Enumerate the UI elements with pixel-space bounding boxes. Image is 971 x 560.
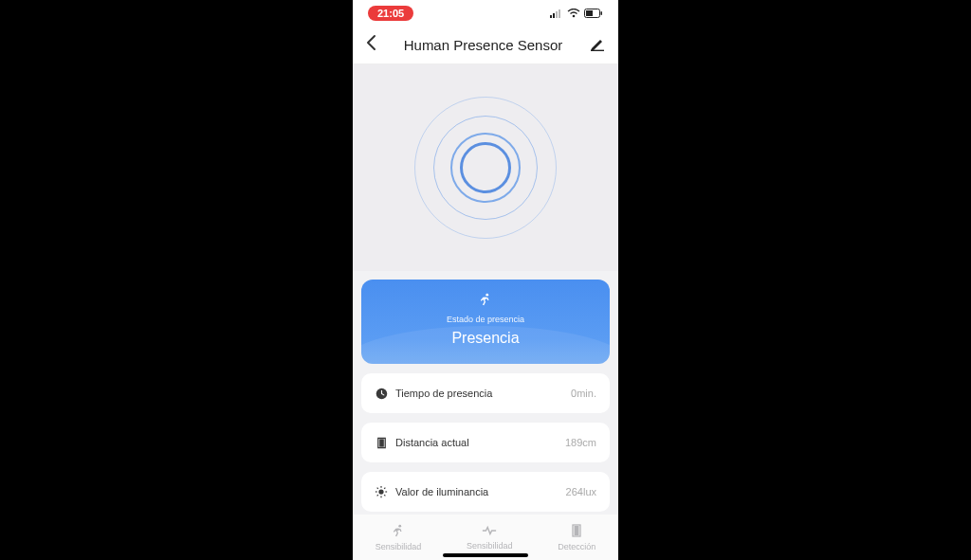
phone-screen: 21:05 Human Presence Sensor (353, 0, 618, 560)
svg-rect-12 (379, 439, 384, 446)
clock-icon (375, 387, 388, 400)
metric-label: Valor de iluminancia (395, 486, 488, 497)
svg-rect-6 (586, 10, 593, 16)
radar-visualization (353, 64, 618, 271)
metric-label: Distancia actual (395, 437, 469, 448)
svg-point-22 (398, 524, 401, 527)
metric-label: Tiempo de presencia (395, 388, 492, 399)
running-person-icon (361, 293, 610, 309)
metric-value: 264lux (566, 486, 596, 497)
home-indicator[interactable] (443, 553, 528, 557)
recording-time-pill: 21:05 (368, 6, 413, 21)
metric-value: 0min. (571, 388, 596, 399)
svg-line-21 (384, 488, 385, 489)
battery-icon (584, 5, 603, 22)
tab-sensitivity-motion[interactable]: Sensibilidad (376, 524, 422, 551)
cellular-signal-icon (550, 5, 563, 22)
svg-point-9 (486, 294, 488, 297)
presence-status-card: Estado de presencia Presencia (361, 280, 610, 364)
metric-card-time[interactable]: Tiempo de presencia 0min. (361, 373, 610, 413)
svg-rect-3 (559, 9, 560, 18)
metric-card-illuminance[interactable]: Valor de iluminancia 264lux (361, 472, 610, 512)
metric-card-distance[interactable]: Distancia actual 189cm (361, 423, 610, 462)
svg-point-13 (378, 489, 383, 494)
edit-button[interactable] (590, 36, 605, 55)
tab-label: Sensibilidad (376, 542, 422, 551)
metric-value: 189cm (565, 437, 596, 448)
svg-rect-0 (550, 15, 552, 18)
svg-rect-1 (553, 13, 555, 18)
svg-line-19 (384, 495, 385, 496)
svg-point-4 (573, 15, 576, 18)
tab-sensitivity-pulse[interactable]: Sensibilidad (467, 525, 513, 551)
status-bar: 21:05 (353, 0, 618, 27)
door-icon (571, 524, 582, 540)
nav-bar: Human Presence Sensor (353, 27, 618, 64)
svg-line-18 (377, 488, 378, 489)
pulse-icon (482, 525, 497, 539)
svg-rect-24 (575, 526, 579, 535)
presence-state-value: Presencia (361, 330, 610, 347)
door-icon (375, 436, 388, 449)
page-title: Human Presence Sensor (404, 37, 563, 53)
running-person-icon (392, 524, 405, 540)
tab-label: Detección (558, 542, 595, 551)
svg-rect-7 (601, 11, 603, 15)
sun-icon (375, 485, 388, 498)
radar-rings (410, 92, 561, 244)
content-area: Estado de presencia Presencia Tiempo de … (353, 271, 618, 520)
svg-rect-2 (556, 11, 558, 18)
wifi-icon (567, 5, 580, 22)
back-button[interactable] (366, 34, 376, 56)
svg-line-20 (377, 495, 378, 496)
tab-detection[interactable]: Detección (558, 524, 595, 551)
presence-state-label: Estado de presencia (361, 315, 610, 324)
tab-label: Sensibilidad (467, 541, 513, 551)
status-right (550, 5, 603, 22)
